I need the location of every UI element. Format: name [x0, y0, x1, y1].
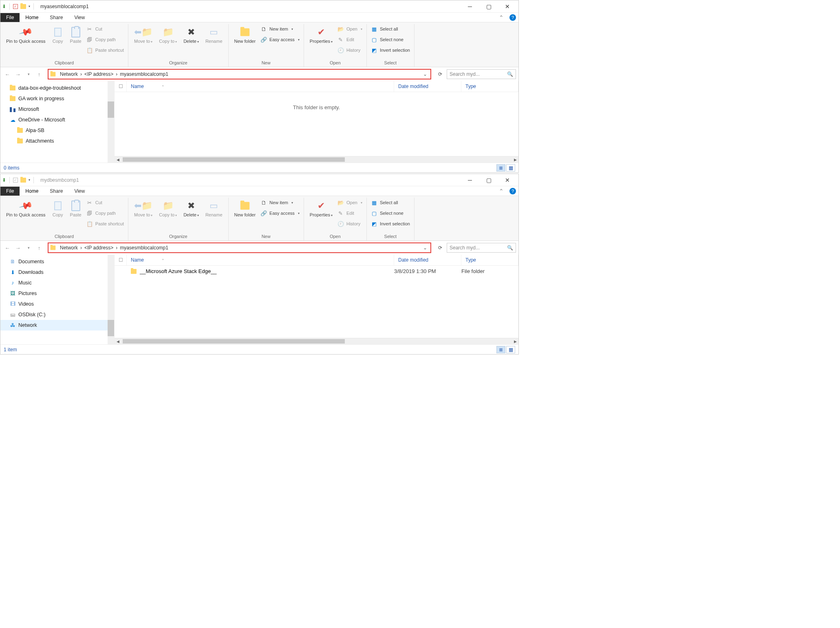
- minimize-button[interactable]: ─: [461, 0, 479, 13]
- up-button[interactable]: ↑: [35, 243, 44, 252]
- tab-home[interactable]: Home: [20, 187, 44, 196]
- checkbox-icon[interactable]: ✓: [13, 4, 18, 9]
- minimize-button[interactable]: ─: [461, 174, 479, 186]
- file-row[interactable]: __Microsoft Azure Stack Edge__3/8/2019 1…: [115, 266, 518, 277]
- qat-dropdown-icon[interactable]: ▾: [29, 4, 30, 8]
- copy-to-button[interactable]: 📁Copy to▾: [156, 198, 180, 219]
- new-item-button[interactable]: 🗋New item▾: [260, 25, 300, 33]
- search-input[interactable]: Search myd...🔍: [447, 243, 516, 253]
- column-type[interactable]: Type: [461, 81, 518, 92]
- easy-access-button[interactable]: 🔗Easy access▾: [260, 209, 300, 217]
- tab-home[interactable]: Home: [20, 13, 44, 22]
- paste-shortcut-button[interactable]: 📋Paste shortcut: [86, 46, 124, 54]
- history-button[interactable]: 🕘History: [337, 46, 362, 54]
- details-view-button[interactable]: ≣: [496, 164, 505, 172]
- copy-path-button[interactable]: 🗐Copy path: [86, 209, 124, 217]
- invert-selection-button[interactable]: ◩Invert selection: [371, 220, 410, 228]
- move-to-button[interactable]: ⬅📁Move to▾: [131, 198, 156, 219]
- properties-button[interactable]: ✔Properties▾: [306, 24, 336, 45]
- paste-button[interactable]: Paste: [67, 198, 85, 219]
- tree-item[interactable]: data-box-edge-troubleshoot: [0, 83, 114, 93]
- tab-share[interactable]: Share: [44, 187, 68, 196]
- forward-button[interactable]: →: [13, 70, 22, 79]
- column-name[interactable]: Name ⌃: [127, 81, 394, 92]
- address-bar[interactable]: Network› <IP address>› myasesmblocalcomp…: [48, 242, 431, 253]
- tree-item[interactable]: ♪Music: [0, 278, 114, 288]
- select-none-button[interactable]: ▢Select none: [371, 35, 410, 44]
- copy-button[interactable]: Copy: [49, 24, 67, 45]
- rename-button[interactable]: ▭Rename: [202, 198, 226, 219]
- select-all-button[interactable]: ▦Select all: [371, 198, 410, 207]
- back-button[interactable]: ←: [3, 243, 12, 252]
- edit-button[interactable]: ✎Edit: [337, 35, 362, 44]
- copy-path-button[interactable]: 🗐Copy path: [86, 35, 124, 44]
- breadcrumb-item[interactable]: myasesmblocalcomp1: [117, 71, 171, 77]
- tab-view[interactable]: View: [68, 187, 90, 196]
- copy-button[interactable]: Copy: [49, 198, 67, 219]
- checkbox-icon[interactable]: ✓: [13, 178, 18, 183]
- edit-button[interactable]: ✎Edit: [337, 209, 362, 217]
- recent-dropdown-button[interactable]: ▾: [24, 243, 33, 252]
- cut-button[interactable]: ✂Cut: [86, 198, 124, 207]
- help-icon[interactable]: ?: [509, 14, 516, 21]
- maximize-button[interactable]: ▢: [479, 174, 498, 186]
- tab-view[interactable]: View: [68, 13, 90, 22]
- column-name[interactable]: Name ⌃: [127, 255, 394, 265]
- rename-button[interactable]: ▭Rename: [202, 24, 226, 45]
- address-dropdown-icon[interactable]: ⌄: [421, 71, 429, 77]
- tree-item[interactable]: Attachments: [0, 136, 114, 146]
- new-folder-button[interactable]: New folder: [231, 198, 259, 219]
- up-button[interactable]: ↑: [35, 70, 44, 79]
- select-all-checkbox[interactable]: ☐: [115, 81, 127, 92]
- copy-to-button[interactable]: 📁Copy to▾: [156, 24, 180, 45]
- breadcrumb-item[interactable]: Network: [57, 71, 80, 77]
- details-view-button[interactable]: ≣: [496, 346, 505, 353]
- tree-item[interactable]: 🖼Pictures: [0, 288, 114, 299]
- scrollbar-vertical[interactable]: [108, 81, 114, 163]
- breadcrumb-item[interactable]: myasesmblocalcomp1: [117, 245, 171, 251]
- tree-item[interactable]: GA work in progress: [0, 93, 114, 104]
- delete-button[interactable]: ✖Delete▾: [180, 198, 202, 219]
- breadcrumb-item[interactable]: <IP address>: [82, 245, 116, 251]
- back-button[interactable]: ←: [3, 70, 12, 79]
- tree-item[interactable]: ☁OneDrive - Microsoft: [0, 115, 114, 125]
- tree-item[interactable]: 🖴OSDisk (C:): [0, 309, 114, 320]
- column-type[interactable]: Type: [461, 255, 518, 265]
- select-all-button[interactable]: ▦Select all: [371, 25, 410, 33]
- forward-button[interactable]: →: [13, 243, 22, 252]
- tab-file[interactable]: File: [0, 13, 20, 22]
- new-folder-button[interactable]: New folder: [231, 24, 259, 45]
- paste-shortcut-button[interactable]: 📋Paste shortcut: [86, 220, 124, 228]
- tab-file[interactable]: File: [0, 187, 20, 196]
- tree-item[interactable]: 🗎Documents: [0, 256, 114, 267]
- qat-dropdown-icon[interactable]: ▾: [29, 178, 30, 182]
- column-date[interactable]: Date modified: [394, 255, 461, 265]
- navigation-tree[interactable]: 🗎Documents⬇Downloads♪Music🖼Pictures🎞Vide…: [0, 255, 115, 344]
- cut-button[interactable]: ✂Cut: [86, 25, 124, 33]
- paste-button[interactable]: Paste: [67, 24, 85, 45]
- scrollbar-horizontal[interactable]: ◀▶: [115, 338, 518, 344]
- tree-item[interactable]: 🖧Network: [0, 320, 114, 331]
- easy-access-button[interactable]: 🔗Easy access▾: [260, 35, 300, 44]
- history-button[interactable]: 🕘History: [337, 220, 362, 228]
- tree-item[interactable]: Alpa-SB: [0, 125, 114, 136]
- help-icon[interactable]: ?: [509, 188, 516, 194]
- collapse-ribbon-icon[interactable]: ⌃: [496, 14, 507, 21]
- tab-share[interactable]: Share: [44, 13, 68, 22]
- invert-selection-button[interactable]: ◩Invert selection: [371, 46, 410, 54]
- address-dropdown-icon[interactable]: ⌄: [421, 245, 429, 251]
- scrollbar-vertical[interactable]: [108, 255, 114, 344]
- collapse-ribbon-icon[interactable]: ⌃: [496, 188, 507, 194]
- recent-dropdown-button[interactable]: ▾: [24, 70, 33, 79]
- scrollbar-horizontal[interactable]: ◀▶: [115, 156, 518, 163]
- maximize-button[interactable]: ▢: [479, 0, 498, 13]
- tree-item[interactable]: Microsoft: [0, 104, 114, 115]
- move-to-button[interactable]: ⬅📁Move to▾: [131, 24, 156, 45]
- open-button[interactable]: 📂Open▾: [337, 25, 362, 33]
- large-icons-view-button[interactable]: ▦: [506, 346, 515, 353]
- search-input[interactable]: Search myd...🔍: [447, 69, 516, 79]
- new-item-button[interactable]: 🗋New item▾: [260, 198, 300, 207]
- pin-to-quick-access-button[interactable]: 📌Pin to Quick access: [3, 198, 49, 219]
- tree-item[interactable]: ⬇Downloads: [0, 267, 114, 278]
- refresh-button[interactable]: ⟳: [435, 69, 445, 79]
